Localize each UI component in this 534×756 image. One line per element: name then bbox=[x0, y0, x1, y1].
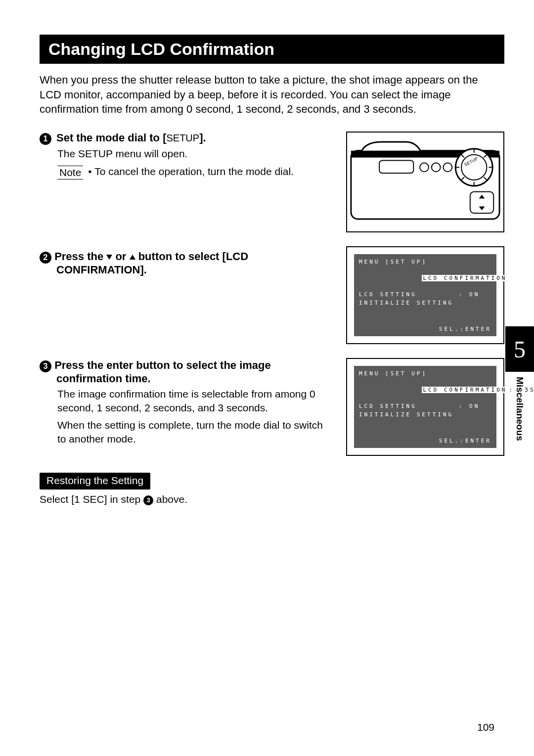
lcd2-header: MENU [SET UP] bbox=[359, 370, 491, 378]
step-3: 3 Press the enter button to select the i… bbox=[40, 359, 334, 446]
lcd2-footer: SEL.:ENTER bbox=[439, 437, 491, 445]
lcd1-row3: INITIALIZE SETTING bbox=[359, 299, 491, 308]
up-arrow-icon bbox=[130, 255, 135, 260]
svg-point-5 bbox=[444, 163, 452, 172]
lcd1-footer: SEL.:ENTER bbox=[439, 325, 491, 334]
step-2-head-a: Press the bbox=[54, 250, 106, 263]
restore-text-a: Select [1 SEC] in step bbox=[40, 493, 143, 505]
lcd-screen-1: MENU [SET UP] LCD CONFIRMATION: 1SEC LCD… bbox=[346, 246, 504, 344]
step-3-number-icon: 3 bbox=[40, 360, 51, 372]
step-3-sub2: When the setting is complete, turn the m… bbox=[40, 418, 334, 446]
lcd1-row1-val: : 1SEC bbox=[508, 275, 534, 281]
camera-illustration: SETUP bbox=[346, 132, 504, 232]
setup-label: SETUP bbox=[166, 133, 199, 143]
step-3-head: Press the enter button to select the ima… bbox=[54, 359, 271, 385]
lcd2-row1-label: LCD CONFIRMATION bbox=[422, 387, 508, 393]
step-3-sub1: The image confirmation time is selectabl… bbox=[40, 387, 334, 415]
page-title: Changing LCD Confirmation bbox=[40, 35, 504, 64]
step-2: 2 Press the or button to select [LCD CON… bbox=[40, 250, 334, 334]
lcd1-row1-label: LCD CONFIRMATION bbox=[422, 275, 508, 281]
lcd1-header: MENU [SET UP] bbox=[359, 258, 491, 267]
note-badge: Note bbox=[57, 166, 83, 179]
svg-point-3 bbox=[420, 163, 429, 172]
lcd2-row3: INITIALIZE SETTING bbox=[359, 411, 491, 419]
step-1-sub: The SETUP menu will open. bbox=[40, 147, 334, 161]
lcd-screen-2: MENU [SET UP] LCD CONFIRMATION: 3SEC LCD… bbox=[346, 358, 504, 456]
lcd1-row2: LCD SETTING : ON bbox=[359, 291, 491, 299]
down-arrow-icon bbox=[106, 255, 112, 260]
step-1-number-icon: 1 bbox=[40, 133, 51, 145]
restore-heading: Restoring the Setting bbox=[40, 473, 150, 489]
step-1-head-a: Set the mode dial to [ bbox=[56, 132, 166, 144]
step-1: 1 Set the mode dial to [SETUP]. The SETU… bbox=[40, 132, 334, 225]
restore-section: Restoring the Setting Select [1 SEC] in … bbox=[40, 471, 334, 505]
restore-step-ref-icon: 3 bbox=[143, 495, 153, 505]
step-2-number-icon: 2 bbox=[40, 252, 51, 264]
page-number: 109 bbox=[477, 721, 494, 733]
chapter-label: Miscellaneous bbox=[514, 377, 525, 441]
step-2-head-b: or bbox=[115, 250, 129, 263]
svg-point-4 bbox=[432, 163, 441, 172]
intro-paragraph: When you press the shutter release butto… bbox=[40, 73, 504, 117]
chapter-number: 5 bbox=[505, 326, 534, 372]
restore-text-b: above. bbox=[156, 493, 187, 505]
note-text: • To cancel the operation, turn the mode… bbox=[88, 166, 334, 178]
chapter-tab: 5 Miscellaneous bbox=[505, 326, 534, 441]
lcd2-row2: LCD SETTING : ON bbox=[359, 402, 491, 411]
step-1-head-b: ]. bbox=[199, 132, 206, 144]
svg-rect-2 bbox=[379, 161, 413, 174]
